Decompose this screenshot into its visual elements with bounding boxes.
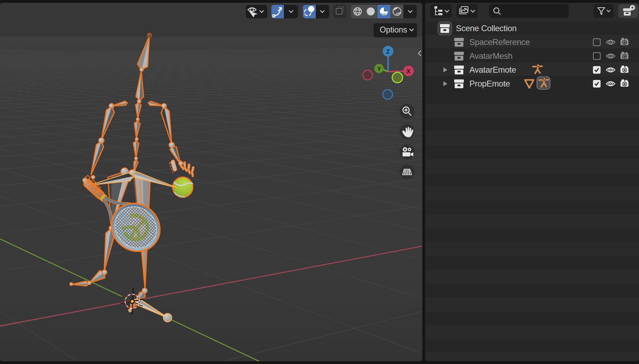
svg-text:Options: Options bbox=[380, 25, 407, 34]
svg-text:Z: Z bbox=[386, 48, 390, 55]
svg-text:Y: Y bbox=[377, 66, 381, 72]
svg-text:X: X bbox=[406, 68, 411, 75]
